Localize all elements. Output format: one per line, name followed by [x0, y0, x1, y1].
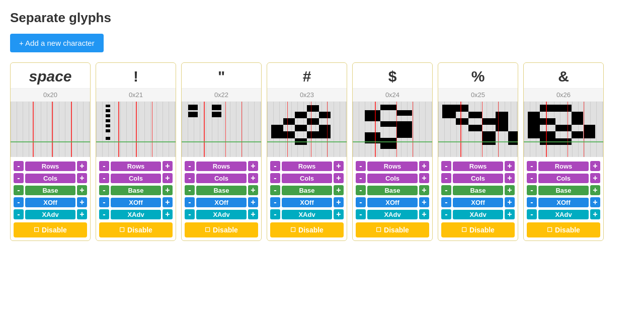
hash-xadv-minus-button[interactable]: -	[270, 209, 280, 219]
quote-cols-minus-button[interactable]: -	[185, 173, 195, 183]
percent-disable-button[interactable]: ☐ Disable	[441, 222, 515, 237]
exclamation-xoff-label: XOff	[111, 198, 161, 207]
hash-xoff-label: XOff	[282, 198, 332, 207]
dollar-xadv-plus-button[interactable]: +	[419, 209, 429, 219]
glyph-code-dollar: 0x24	[353, 88, 432, 102]
ampersand-disable-button[interactable]: ☐ Disable	[527, 222, 600, 237]
glyph-card-hash: #0x23-Rows+-Cols+-Base+-XOff+-XAdv+☐ Dis…	[267, 62, 347, 241]
glyph-char-exclamation: !	[96, 63, 176, 88]
glyph-grid-percent	[438, 102, 518, 157]
ampersand-cols-plus-button[interactable]: +	[590, 173, 600, 183]
percent-cols-plus-button[interactable]: +	[505, 173, 515, 183]
exclamation-cols-minus-button[interactable]: -	[99, 173, 109, 183]
hash-base-minus-button[interactable]: -	[270, 185, 280, 195]
exclamation-base-minus-button[interactable]: -	[99, 185, 109, 195]
quote-disable-button[interactable]: ☐ Disable	[185, 222, 258, 237]
quote-base-label: Base	[196, 186, 247, 195]
exclamation-rows-minus-button[interactable]: -	[99, 161, 109, 171]
exclamation-xoff-plus-button[interactable]: +	[163, 197, 173, 207]
percent-xoff-plus-button[interactable]: +	[505, 197, 515, 207]
space-rows-minus-button[interactable]: -	[14, 161, 24, 171]
quote-xadv-minus-button[interactable]: -	[185, 209, 195, 219]
space-cols-minus-button[interactable]: -	[14, 173, 24, 183]
ampersand-rows-plus-button[interactable]: +	[590, 161, 600, 171]
hash-rows-plus-button[interactable]: +	[334, 161, 344, 171]
hash-xoff-minus-button[interactable]: -	[270, 197, 280, 207]
percent-xoff-minus-button[interactable]: -	[441, 197, 451, 207]
dollar-rows-minus-button[interactable]: -	[356, 161, 366, 171]
exclamation-xadv-plus-button[interactable]: +	[163, 209, 173, 219]
hash-rows-minus-button[interactable]: -	[270, 161, 280, 171]
percent-cols-minus-button[interactable]: -	[441, 173, 451, 183]
hash-base-plus-button[interactable]: +	[334, 185, 344, 195]
quote-rows-label: Rows	[196, 162, 247, 171]
dollar-xoff-plus-button[interactable]: +	[419, 197, 429, 207]
glyph-code-percent: 0x25	[438, 88, 518, 102]
dollar-base-minus-button[interactable]: -	[356, 185, 366, 195]
exclamation-cols-plus-button[interactable]: +	[163, 173, 173, 183]
glyph-card-space: space0x20-Rows+-Cols+-Base+-XOff+-XAdv+☐…	[10, 62, 91, 241]
space-rows-plus-button[interactable]: +	[77, 161, 87, 171]
quote-rows-plus-button[interactable]: +	[248, 161, 258, 171]
add-character-button[interactable]: + Add a new character	[10, 34, 104, 52]
space-base-minus-button[interactable]: -	[14, 185, 24, 195]
ampersand-xadv-plus-button[interactable]: +	[590, 209, 600, 219]
dollar-xadv-minus-button[interactable]: -	[356, 209, 366, 219]
glyph-controls-dollar: -Rows+-Cols+-Base+-XOff+-XAdv+☐ Disable	[353, 157, 432, 240]
quote-xoff-minus-button[interactable]: -	[185, 197, 195, 207]
hash-cols-minus-button[interactable]: -	[270, 173, 280, 183]
exclamation-rows-plus-button[interactable]: +	[163, 161, 173, 171]
percent-base-plus-button[interactable]: +	[505, 185, 515, 195]
quote-cols-plus-button[interactable]: +	[248, 173, 258, 183]
hash-xoff-plus-button[interactable]: +	[334, 197, 344, 207]
glyph-controls-percent: -Rows+-Cols+-Base+-XOff+-XAdv+☐ Disable	[438, 157, 518, 240]
space-disable-button[interactable]: ☐ Disable	[14, 222, 87, 237]
quote-base-minus-button[interactable]: -	[185, 185, 195, 195]
ampersand-xadv-minus-button[interactable]: -	[527, 209, 537, 219]
space-xoff-plus-button[interactable]: +	[77, 197, 87, 207]
percent-xadv-minus-button[interactable]: -	[441, 209, 451, 219]
ampersand-base-label: Base	[538, 186, 589, 195]
space-xadv-minus-button[interactable]: -	[14, 209, 24, 219]
exclamation-xoff-minus-button[interactable]: -	[99, 197, 109, 207]
hash-cols-plus-button[interactable]: +	[334, 173, 344, 183]
ampersand-base-plus-button[interactable]: +	[590, 185, 600, 195]
glyph-card-dollar: $0x24-Rows+-Cols+-Base+-XOff+-XAdv+☐ Dis…	[352, 62, 433, 241]
percent-xadv-plus-button[interactable]: +	[505, 209, 515, 219]
dollar-cols-plus-button[interactable]: +	[419, 173, 429, 183]
dollar-rows-plus-button[interactable]: +	[419, 161, 429, 171]
glyph-char-space: space	[11, 63, 90, 88]
space-xoff-minus-button[interactable]: -	[14, 197, 24, 207]
ampersand-xoff-plus-button[interactable]: +	[590, 197, 600, 207]
percent-rows-plus-button[interactable]: +	[505, 161, 515, 171]
dollar-xoff-minus-button[interactable]: -	[356, 197, 366, 207]
glyph-controls-hash: -Rows+-Cols+-Base+-XOff+-XAdv+☐ Disable	[267, 157, 347, 240]
ampersand-xoff-label: XOff	[538, 198, 589, 207]
page-title: Separate glyphs	[10, 10, 634, 26]
ampersand-xoff-minus-button[interactable]: -	[527, 197, 537, 207]
exclamation-xadv-minus-button[interactable]: -	[99, 209, 109, 219]
ampersand-rows-minus-button[interactable]: -	[527, 161, 537, 171]
hash-disable-button[interactable]: ☐ Disable	[270, 222, 344, 237]
space-xadv-plus-button[interactable]: +	[77, 209, 87, 219]
space-base-plus-button[interactable]: +	[77, 185, 87, 195]
quote-xadv-plus-button[interactable]: +	[248, 209, 258, 219]
quote-xoff-plus-button[interactable]: +	[248, 197, 258, 207]
space-cols-plus-button[interactable]: +	[77, 173, 87, 183]
hash-xadv-plus-button[interactable]: +	[334, 209, 344, 219]
dollar-base-plus-button[interactable]: +	[419, 185, 429, 195]
ampersand-cols-minus-button[interactable]: -	[527, 173, 537, 183]
glyph-card-quote: "0x22-Rows+-Cols+-Base+-XOff+-XAdv+☐ Dis…	[181, 62, 262, 241]
exclamation-base-plus-button[interactable]: +	[163, 185, 173, 195]
ampersand-base-minus-button[interactable]: -	[527, 185, 537, 195]
dollar-disable-button[interactable]: ☐ Disable	[356, 222, 429, 237]
quote-base-plus-button[interactable]: +	[248, 185, 258, 195]
dollar-xadv-label: XAdv	[367, 210, 418, 219]
ampersand-rows-label: Rows	[538, 162, 589, 171]
dollar-xoff-label: XOff	[367, 198, 418, 207]
dollar-cols-minus-button[interactable]: -	[356, 173, 366, 183]
exclamation-disable-button[interactable]: ☐ Disable	[99, 222, 173, 237]
percent-base-minus-button[interactable]: -	[441, 185, 451, 195]
quote-rows-minus-button[interactable]: -	[185, 161, 195, 171]
percent-rows-minus-button[interactable]: -	[441, 161, 451, 171]
